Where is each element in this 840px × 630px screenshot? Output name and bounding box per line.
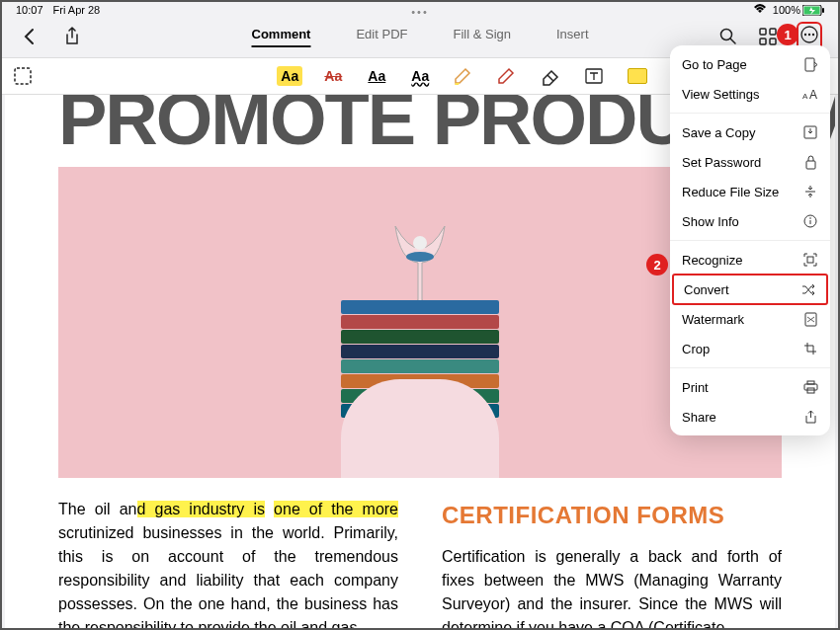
squiggly-tool[interactable]: Aa — [406, 63, 434, 89]
battery-indicator: 100% — [773, 4, 824, 16]
tab-insert[interactable]: Insert — [556, 27, 589, 47]
body-column-right: CERTIFICATION FORMS Certification is gen… — [442, 498, 782, 630]
svg-rect-21 — [806, 161, 815, 169]
highlighter-pen-tool[interactable] — [450, 63, 477, 89]
strikethrough-tool[interactable]: Aa — [319, 63, 347, 89]
sticky-note-tool[interactable] — [624, 63, 651, 89]
mode-tabs: Comment Edit PDF Fill & Sign Insert — [251, 27, 588, 47]
callout-badge-2: 2 — [646, 254, 668, 276]
back-button[interactable] — [18, 26, 40, 47]
text-highlight: d gas industry is — [137, 501, 265, 517]
menu-convert[interactable]: Convert — [672, 274, 828, 305]
share-button[interactable] — [61, 26, 83, 47]
svg-rect-27 — [804, 384, 817, 390]
menu-show-info[interactable]: Show Info — [670, 206, 830, 236]
svg-text:A: A — [802, 92, 808, 101]
print-icon — [802, 379, 818, 395]
menu-item-label: Recognize — [682, 253, 742, 268]
menu-print[interactable]: Print — [670, 372, 830, 402]
svg-rect-2 — [822, 8, 824, 13]
svg-rect-4 — [760, 29, 766, 35]
svg-rect-5 — [770, 29, 776, 35]
svg-point-15 — [406, 252, 434, 262]
tab-comment[interactable]: Comment — [251, 27, 310, 47]
menu-item-label: Crop — [682, 342, 710, 356]
menu-item-label: Set Password — [682, 155, 761, 170]
body-column-left: The oil and gas industry is one of the m… — [58, 498, 398, 630]
menu-watermark[interactable]: Watermark — [670, 304, 830, 334]
menu-item-label: Print — [682, 380, 709, 395]
menu-item-label: Show Info — [682, 214, 739, 229]
save-icon — [802, 124, 818, 140]
svg-point-10 — [808, 34, 810, 36]
shuffle-icon — [800, 281, 816, 297]
more-menu: Go to Page View Settings AA Save a Copy … — [670, 45, 830, 435]
eraser-tool[interactable] — [537, 63, 564, 89]
scan-icon — [802, 252, 818, 268]
svg-rect-7 — [770, 39, 776, 44]
thumbnails-button[interactable] — [757, 26, 779, 47]
callout-badge-1: 1 — [777, 24, 798, 45]
page-indicator-dots: ••• — [411, 6, 429, 18]
menu-reduce-size[interactable]: Reduce File Size — [670, 177, 830, 206]
tab-edit-pdf[interactable]: Edit PDF — [356, 27, 407, 47]
search-button[interactable] — [717, 26, 739, 47]
menu-save-copy[interactable]: Save a Copy — [670, 118, 830, 147]
hand-sock-illustration — [341, 379, 499, 478]
status-bar: 10:07 Fri Apr 28 ••• 100% — [2, 2, 838, 18]
pen-tool[interactable] — [493, 63, 521, 89]
crop-icon — [802, 341, 818, 356]
wifi-icon — [753, 4, 767, 16]
date: Fri Apr 28 — [53, 4, 101, 16]
goto-icon — [802, 56, 818, 72]
glass-illustration — [380, 221, 460, 310]
compress-icon — [802, 184, 818, 199]
menu-item-label: Go to Page — [682, 57, 747, 72]
lock-icon — [802, 154, 818, 170]
tab-fill-sign[interactable]: Fill & Sign — [453, 27, 511, 47]
menu-view-settings[interactable]: View Settings AA — [670, 79, 830, 109]
menu-item-label: Save a Copy — [682, 125, 755, 140]
info-icon — [802, 213, 818, 229]
svg-point-11 — [812, 34, 814, 36]
text-size-icon: AA — [802, 86, 818, 102]
svg-point-23 — [809, 217, 811, 219]
svg-text:A: A — [809, 88, 817, 101]
svg-rect-6 — [760, 39, 766, 44]
text-underline: oil and gas — [281, 619, 357, 630]
menu-go-to-page[interactable]: Go to Page — [670, 49, 830, 79]
menu-item-label: View Settings — [682, 87, 760, 102]
svg-rect-24 — [807, 257, 813, 263]
watermark-icon — [802, 311, 818, 327]
clock: 10:07 — [16, 4, 43, 16]
share-icon — [802, 409, 818, 425]
svg-point-9 — [804, 34, 806, 36]
menu-crop[interactable]: Crop — [670, 334, 830, 363]
menu-share[interactable]: Share — [670, 402, 830, 432]
text-highlight: one of the more — [274, 501, 398, 517]
menu-set-password[interactable]: Set Password — [670, 147, 830, 177]
svg-rect-17 — [805, 58, 814, 71]
svg-rect-12 — [15, 68, 31, 84]
menu-item-label: Watermark — [682, 312, 744, 327]
menu-recognize[interactable]: Recognize — [670, 245, 830, 275]
svg-point-16 — [413, 236, 427, 250]
section-heading: CERTIFICATION FORMS — [442, 498, 782, 533]
selection-tool[interactable] — [12, 65, 34, 87]
menu-item-label: Reduce File Size — [682, 185, 779, 199]
highlight-text-tool[interactable]: Aa — [276, 63, 303, 89]
menu-item-label: Convert — [684, 282, 729, 297]
text-box-tool[interactable] — [580, 63, 608, 89]
menu-item-label: Share — [682, 410, 716, 425]
underline-tool[interactable]: Aa — [363, 63, 390, 89]
